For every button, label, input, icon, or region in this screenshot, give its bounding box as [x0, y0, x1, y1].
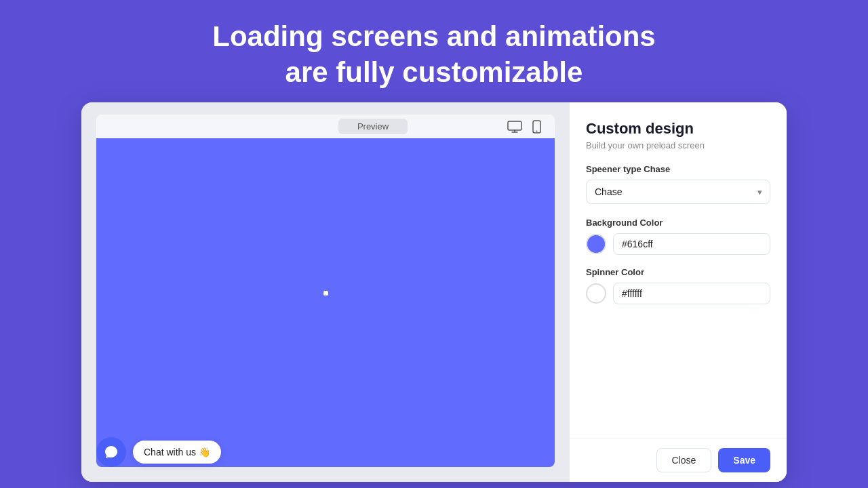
chat-bubble[interactable]: Chat with us 👋: [133, 441, 221, 464]
preview-tab[interactable]: Preview: [338, 119, 408, 134]
hero-title-line2: are fully customizable: [285, 56, 583, 88]
spinner-color-row: [586, 283, 770, 304]
mobile-icon-btn[interactable]: [528, 119, 545, 134]
bg-color-label: Background Color: [586, 218, 770, 228]
preview-icons: [506, 119, 545, 134]
spinner-color-label: Spinner Color: [586, 267, 770, 277]
spinner-type-label: Speener type Chase: [586, 164, 770, 174]
hero-title: Loading screens and animations are fully…: [185, 19, 682, 90]
svg-point-2: [536, 130, 537, 131]
panel-footer: Close Save: [570, 438, 787, 482]
preview-panel: Preview: [81, 102, 570, 482]
monitor-icon-btn[interactable]: [506, 119, 524, 134]
chat-widget: Chat with us 👋: [96, 437, 221, 467]
main-card: Preview: [81, 102, 787, 482]
hero-title-line1: Loading screens and animations: [212, 20, 655, 52]
bg-color-swatch[interactable]: [586, 234, 606, 254]
preview-topbar: Preview: [96, 115, 555, 138]
design-panel: Custom design Build your own preload scr…: [570, 102, 787, 482]
design-panel-subtitle: Build your own preload screen: [586, 140, 770, 150]
save-button[interactable]: Save: [718, 448, 770, 472]
close-button[interactable]: Close: [656, 448, 712, 472]
chase-spinner: [313, 291, 338, 315]
spinner-type-select-wrapper: Chase Ring Bounce Fade ▾: [586, 180, 770, 204]
design-panel-title: Custom design: [586, 120, 770, 138]
bg-color-input[interactable]: [613, 233, 770, 255]
preview-screen: [96, 138, 555, 467]
svg-rect-0: [508, 121, 521, 130]
spinner-type-select[interactable]: Chase Ring Bounce Fade: [586, 180, 770, 204]
bg-color-row: [586, 233, 770, 255]
spinner-color-input[interactable]: [613, 283, 770, 304]
spinner-color-swatch[interactable]: [586, 283, 606, 304]
chat-open-button[interactable]: [96, 437, 126, 467]
